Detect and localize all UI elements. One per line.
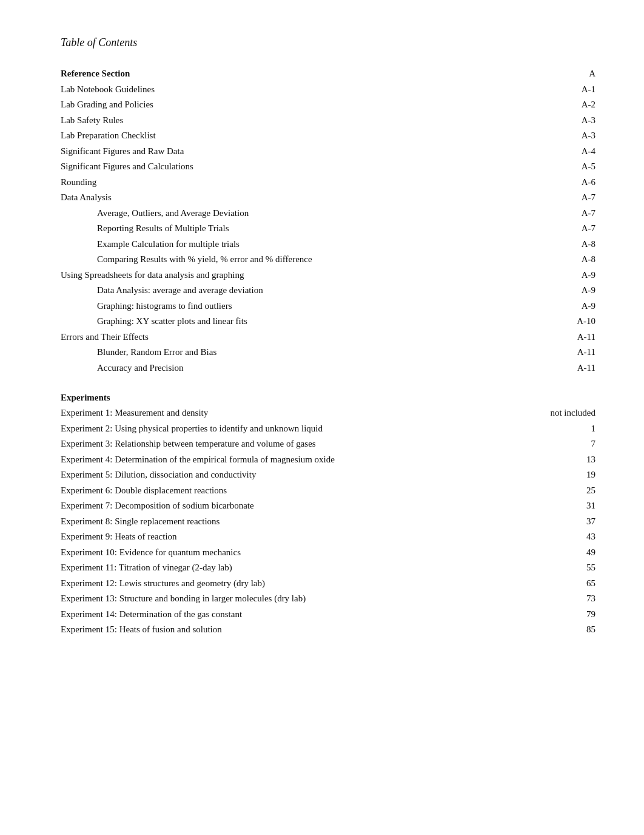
toc-experiment-item: Experiment 6: Double displacement reacti…: [61, 483, 595, 499]
toc-item-page: A-8: [547, 252, 595, 268]
toc-item-page: A-9: [547, 299, 595, 314]
toc-item-label: Example Calculation for multiple trials: [61, 237, 547, 252]
toc-item-page: A-8: [547, 237, 595, 252]
toc-experiment-label: Experiment 6: Double displacement reacti…: [61, 483, 547, 499]
toc-item-label: Graphing: histograms to find outliers: [61, 299, 547, 314]
toc-item: Reporting Results of Multiple TrialsA-7: [61, 221, 595, 237]
experiments-items-list: Experiment 1: Measurement and densitynot…: [61, 405, 595, 638]
toc-item-page: A-2: [547, 97, 595, 113]
toc-item: Blunder, Random Error and BiasA-11: [61, 345, 595, 360]
toc-item: Graphing: histograms to find outliersA-9: [61, 299, 595, 314]
toc-item: Errors and Their EffectsA-11: [61, 330, 595, 345]
toc-item-label: Using Spreadsheets for data analysis and…: [61, 268, 547, 283]
toc-experiment-item: Experiment 2: Using physical properties …: [61, 421, 595, 437]
toc-item-label: Lab Grading and Policies: [61, 97, 547, 113]
toc-experiment-label: Experiment 9: Heats of reaction: [61, 529, 547, 545]
toc-experiment-page: 13: [547, 452, 595, 468]
toc-experiment-label: Experiment 5: Dilution, dissociation and…: [61, 467, 547, 483]
toc-experiment-label: Experiment 15: Heats of fusion and solut…: [61, 622, 547, 638]
toc-item: Example Calculation for multiple trialsA…: [61, 237, 595, 252]
toc-item-page: A-3: [547, 128, 595, 144]
toc-item: Accuracy and PrecisionA-11: [61, 360, 595, 376]
toc-experiment-page: 19: [547, 467, 595, 483]
toc-item: Lab Notebook GuidelinesA-1: [61, 82, 595, 98]
toc-item: Significant Figures and CalculationsA-5: [61, 159, 595, 175]
reference-section: Reference Section A Lab Notebook Guideli…: [61, 66, 595, 376]
experiments-section: Experiments Experiment 1: Measurement an…: [61, 393, 595, 638]
toc-experiment-item: Experiment 4: Determination of the empir…: [61, 452, 595, 468]
toc-experiment-label: Experiment 7: Decomposition of sodium bi…: [61, 498, 547, 514]
toc-experiment-page: 49: [547, 545, 595, 561]
toc-item-page: A-1: [547, 82, 595, 98]
toc-experiment-page: 1: [547, 421, 595, 437]
toc-experiment-page: 31: [547, 498, 595, 514]
toc-item-label: Lab Preparation Checklist: [61, 128, 547, 144]
toc-experiment-label: Experiment 13: Structure and bonding in …: [61, 591, 547, 607]
toc-item-page: A-5: [547, 159, 595, 175]
toc-experiment-label: Experiment 3: Relationship between tempe…: [61, 436, 547, 452]
toc-experiment-page: 65: [547, 576, 595, 592]
toc-item-label: Blunder, Random Error and Bias: [61, 345, 547, 360]
toc-item-page: A-7: [547, 221, 595, 237]
toc-experiment-label: Experiment 10: Evidence for quantum mech…: [61, 545, 547, 561]
toc-experiment-label: Experiment 2: Using physical properties …: [61, 421, 547, 437]
toc-experiment-page: 37: [547, 514, 595, 530]
toc-item-page: A-9: [547, 268, 595, 283]
toc-item-page: A-10: [547, 314, 595, 330]
page-title: Table of Contents: [61, 36, 595, 49]
toc-experiment-item: Experiment 10: Evidence for quantum mech…: [61, 545, 595, 561]
toc-experiment-label: Experiment 11: Titration of vinegar (2-d…: [61, 560, 547, 576]
toc-item: Lab Safety RulesA-3: [61, 113, 595, 129]
toc-item-page: A-4: [547, 144, 595, 160]
reference-header-label: Reference Section: [61, 66, 547, 82]
toc-item-page: A-7: [547, 206, 595, 221]
toc-item: Average, Outliers, and Average Deviation…: [61, 206, 595, 221]
toc-item: Significant Figures and Raw DataA-4: [61, 144, 595, 160]
toc-item: Lab Grading and PoliciesA-2: [61, 97, 595, 113]
toc-experiment-label: Experiment 8: Single replacement reactio…: [61, 514, 547, 530]
toc-item: Lab Preparation ChecklistA-3: [61, 128, 595, 144]
toc-item-label: Graphing: XY scatter plots and linear fi…: [61, 314, 547, 330]
toc-experiment-page: 7: [547, 436, 595, 452]
toc-item-page: A-6: [547, 175, 595, 191]
toc-experiment-page: 79: [547, 607, 595, 623]
toc-experiment-page: 85: [547, 622, 595, 638]
reference-header-page: A: [547, 66, 595, 82]
toc-experiment-page: not included: [547, 405, 595, 421]
toc-experiment-item: Experiment 15: Heats of fusion and solut…: [61, 622, 595, 638]
toc-experiment-item: Experiment 13: Structure and bonding in …: [61, 591, 595, 607]
toc-item: Data AnalysisA-7: [61, 190, 595, 206]
toc-item-page: A-11: [547, 330, 595, 345]
toc-item-label: Significant Figures and Calculations: [61, 159, 547, 175]
toc-item-label: Errors and Their Effects: [61, 330, 547, 345]
toc-item-label: Lab Notebook Guidelines: [61, 82, 547, 98]
toc-experiment-item: Experiment 1: Measurement and densitynot…: [61, 405, 595, 421]
toc-item: Comparing Results with % yield, % error …: [61, 252, 595, 268]
toc-experiment-item: Experiment 12: Lewis structures and geom…: [61, 576, 595, 592]
toc-experiment-label: Experiment 12: Lewis structures and geom…: [61, 576, 547, 592]
toc-item-label: Average, Outliers, and Average Deviation: [61, 206, 547, 221]
toc-experiment-item: Experiment 7: Decomposition of sodium bi…: [61, 498, 595, 514]
toc-item-label: Rounding: [61, 175, 547, 191]
toc-experiment-label: Experiment 1: Measurement and density: [61, 405, 547, 421]
toc-item-label: Comparing Results with % yield, % error …: [61, 252, 547, 268]
toc-experiment-label: Experiment 14: Determination of the gas …: [61, 607, 547, 623]
toc-item-label: Data Analysis: average and average devia…: [61, 283, 547, 299]
toc-item: Using Spreadsheets for data analysis and…: [61, 268, 595, 283]
toc-item: Data Analysis: average and average devia…: [61, 283, 595, 299]
toc-experiment-page: 55: [547, 560, 595, 576]
toc-item-page: A-11: [547, 360, 595, 376]
toc-experiment-page: 43: [547, 529, 595, 545]
experiments-header-label: Experiments: [61, 393, 595, 403]
toc-experiment-item: Experiment 3: Relationship between tempe…: [61, 436, 595, 452]
reference-header-row: Reference Section A: [61, 66, 595, 82]
toc-experiment-item: Experiment 14: Determination of the gas …: [61, 607, 595, 623]
toc-experiment-item: Experiment 11: Titration of vinegar (2-d…: [61, 560, 595, 576]
reference-items-list: Lab Notebook GuidelinesA-1Lab Grading an…: [61, 82, 595, 376]
toc-item-label: Significant Figures and Raw Data: [61, 144, 547, 160]
toc-item-page: A-9: [547, 283, 595, 299]
toc-experiment-item: Experiment 5: Dilution, dissociation and…: [61, 467, 595, 483]
toc-item-page: A-3: [547, 113, 595, 129]
toc-item-label: Lab Safety Rules: [61, 113, 547, 129]
toc-item-label: Accuracy and Precision: [61, 360, 547, 376]
